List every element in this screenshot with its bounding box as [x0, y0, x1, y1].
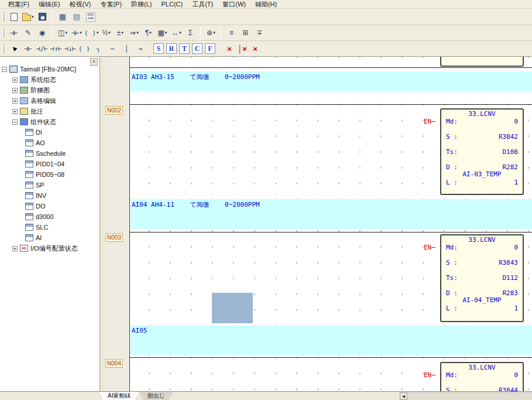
- tree-item-component-status[interactable]: − 组件状态: [2, 117, 99, 127]
- menu-file[interactable]: 档案(F): [4, 0, 34, 9]
- tree-item-system-config[interactable]: + 系统组态: [2, 74, 99, 85]
- menu-help[interactable]: 辅助(H): [250, 0, 282, 9]
- contact-b-button[interactable]: ⊣/⊢: [36, 42, 49, 55]
- tab-secondary[interactable]: 捌虫じ: [139, 392, 173, 400]
- reset-coil-button[interactable]: R: [166, 43, 177, 54]
- dropdown-caret-icon[interactable]: ▾: [165, 30, 167, 35]
- expand-icon[interactable]: +: [12, 77, 18, 83]
- delete-network-button[interactable]: ×: [249, 42, 261, 55]
- scroll-left-button[interactable]: ◀: [400, 392, 407, 400]
- network-comment[interactable]: AI05: [131, 326, 532, 355]
- open-caret-icon[interactable]: ▾: [32, 15, 34, 19]
- network-label[interactable]: N002: [105, 106, 123, 115]
- network-edit-button[interactable]: ⊣⊢: [8, 26, 20, 39]
- sort-button[interactable]: ≡: [225, 26, 238, 39]
- expand-icon[interactable]: +: [12, 88, 18, 93]
- function-button[interactable]: F: [205, 43, 215, 54]
- dropdown-caret-icon[interactable]: ▾: [213, 30, 215, 35]
- dropdown-caret-icon[interactable]: ▾: [179, 30, 181, 35]
- dropdown-caret-icon[interactable]: ▾: [108, 30, 111, 35]
- step-button[interactable]: ∓: [253, 26, 266, 39]
- menu-tools[interactable]: 工具(T): [187, 0, 218, 9]
- network-label[interactable]: N004: [105, 359, 123, 368]
- set-coil-button[interactable]: S: [153, 43, 164, 54]
- tree-item-ladder-diagram[interactable]: + 阶梯图: [2, 85, 99, 95]
- hline-button[interactable]: ─: [106, 42, 119, 55]
- network-comment[interactable]: AI04 AH4-11 て阅缴 0~2000PPM: [131, 199, 532, 229]
- contact-picker-button[interactable]: ⊣⊢▾: [70, 26, 83, 39]
- io-picker-button[interactable]: ↔▾: [170, 26, 183, 39]
- org-and-button[interactable]: ORG AND: [84, 11, 97, 23]
- tree-item-sschedule[interactable]: Sschedule: [2, 148, 99, 159]
- convert-picker-button[interactable]: ¶▾: [142, 26, 155, 39]
- delete-element-button[interactable]: ×: [224, 42, 235, 55]
- menu-plc[interactable]: PLC(C): [157, 0, 188, 9]
- monitor-window-button[interactable]: ▤: [70, 11, 83, 23]
- coil-button[interactable]: ( ): [78, 42, 91, 55]
- ladder-editor[interactable]: AI03 AH3-15 て阅缴 0~2000PPM N002 EN─ 33.LC…: [104, 57, 532, 391]
- tree-item-sp[interactable]: SP: [2, 180, 99, 190]
- vline-button[interactable]: │: [120, 42, 133, 55]
- tree-item-pid05-08[interactable]: PID05~08: [2, 169, 99, 180]
- edit-pencil-button[interactable]: ✎: [22, 26, 35, 39]
- new-file-button[interactable]: [8, 11, 20, 23]
- expand-icon[interactable]: +: [12, 109, 18, 114]
- tree-item-pid01-04[interactable]: PID01~04: [2, 159, 99, 169]
- tree-item-di[interactable]: DI: [2, 127, 99, 138]
- collapse-icon[interactable]: −: [12, 119, 18, 125]
- monitor-button[interactable]: ◉: [36, 26, 49, 39]
- expand-icon[interactable]: +: [12, 98, 18, 104]
- delete-vline-button[interactable]: │×: [236, 42, 248, 55]
- expand-icon[interactable]: +: [12, 246, 18, 251]
- element-picker-button[interactable]: ◫▾: [56, 26, 69, 39]
- function-block-lcnv-2[interactable]: 33.LCNV Md:0 S :R3843 Ts:D112 D :R283 AI…: [440, 234, 524, 322]
- move-picker-button[interactable]: ⇒▾: [128, 26, 140, 39]
- tree-item-do[interactable]: DO: [2, 201, 99, 211]
- menu-edit[interactable]: 编辑(E): [34, 0, 65, 9]
- tree-item-slc[interactable]: SLC: [2, 222, 99, 233]
- tree-item-comment[interactable]: + 批注: [2, 106, 99, 117]
- tree-item-d3000[interactable]: d3000: [2, 211, 99, 222]
- toolbar-grip[interactable]: [2, 28, 4, 38]
- contact-a-button[interactable]: ⊣⊢: [22, 42, 35, 55]
- menu-window[interactable]: 窗口(W): [218, 0, 250, 9]
- tree-item-ai[interactable]: AI: [2, 233, 99, 243]
- function-block-partial-top[interactable]: [440, 57, 524, 67]
- select-pointer-button[interactable]: ►: [8, 42, 20, 55]
- dropdown-caret-icon[interactable]: ▾: [65, 30, 67, 35]
- zoom-picker-button[interactable]: ⊕▾: [204, 26, 217, 39]
- dropdown-caret-icon[interactable]: ▾: [136, 30, 139, 35]
- tree-item-table-edit[interactable]: + 表格编辑: [2, 95, 99, 106]
- ladder-window-button[interactable]: ▦: [56, 11, 69, 23]
- dropdown-caret-icon[interactable]: ▾: [80, 30, 82, 35]
- tree-item-inv[interactable]: INV: [2, 190, 99, 201]
- function-picker-button[interactable]: ½▾: [99, 26, 112, 39]
- tab-ai-settings[interactable]: AI家舱砞: [99, 392, 139, 400]
- dropdown-caret-icon[interactable]: ▾: [149, 30, 152, 35]
- coil-picker-button[interactable]: ( )▾: [84, 26, 98, 39]
- tree-item-io-config[interactable]: + I/O I/O编号配置状态: [2, 243, 99, 254]
- grid-button[interactable]: ⊞: [239, 26, 252, 39]
- contact-rising-button[interactable]: ⊣↑⊢: [50, 42, 63, 55]
- menu-ladder[interactable]: 阶梯(L): [126, 0, 156, 9]
- output-arrow-button[interactable]: →: [134, 42, 147, 55]
- contact-falling-button[interactable]: ⊣↓⊢: [64, 42, 77, 55]
- edit-cursor-cell[interactable]: [212, 293, 253, 323]
- network-label[interactable]: N003: [105, 233, 123, 242]
- menu-project[interactable]: 专案(P): [95, 0, 126, 9]
- matrix-picker-button[interactable]: ▦▾: [156, 26, 169, 39]
- collapse-icon[interactable]: −: [2, 67, 7, 72]
- branch-button[interactable]: ┐: [92, 42, 105, 55]
- function-block-lcnv-1[interactable]: 33.LCNV Md:0 S :R3842 Ts:D108 D :R282 AI…: [440, 108, 524, 195]
- compare-picker-button[interactable]: ±▾: [114, 26, 126, 39]
- counter-button[interactable]: C: [192, 43, 202, 54]
- timer-button[interactable]: T: [179, 43, 190, 54]
- toolbar-grip[interactable]: [2, 43, 4, 54]
- sum-button[interactable]: Σ: [184, 26, 197, 39]
- dropdown-caret-icon[interactable]: ▾: [121, 30, 123, 35]
- menu-view[interactable]: 检视(V): [65, 0, 96, 9]
- horizontal-scrollbar[interactable]: [408, 392, 532, 400]
- open-file-button[interactable]: ▾: [22, 11, 35, 23]
- tree-root[interactable]: − Taimall [FBs-20MC]: [2, 64, 99, 74]
- tree-item-ao[interactable]: AO: [2, 138, 99, 148]
